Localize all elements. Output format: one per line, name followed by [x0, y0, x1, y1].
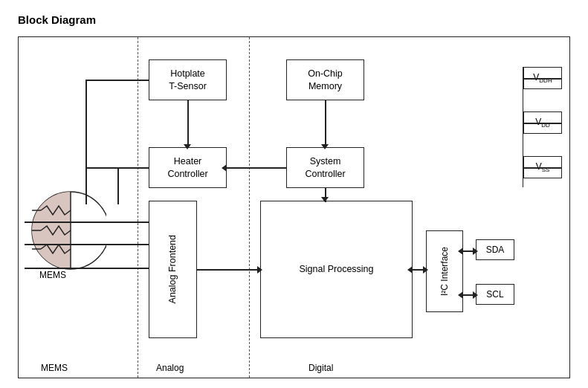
signal-processing-block: Signal Processing — [260, 201, 413, 338]
analog-bottom-label: Analog — [156, 363, 184, 373]
system-controller-block: System Controller — [286, 147, 364, 188]
page-title: Block Diagram — [18, 13, 570, 26]
digital-bottom-label: Digital — [308, 363, 333, 373]
line-hotplate-vline — [85, 80, 87, 204]
line-hotplate-left — [85, 80, 149, 81]
arrow-syscon-sp-head — [321, 197, 329, 202]
arrow-syscon-heater-line — [227, 167, 286, 169]
mems-section: MEMS — [25, 182, 106, 279]
arrow-sp-i2c-left-head — [407, 266, 413, 274]
arrow-hotplate-heater-head — [184, 144, 191, 149]
mems-wire-top — [25, 222, 149, 223]
power-hline-3 — [523, 167, 562, 169]
dashed-line-2 — [249, 37, 250, 378]
diagram-container: MEMS Hotplate T-Sensor Heater Controller… — [18, 36, 570, 378]
power-hline-2 — [523, 123, 562, 124]
power-hline-1 — [523, 78, 562, 80]
arrow-syscon-heater-left-head — [222, 164, 227, 172]
arrow-memory-syscon-line — [325, 100, 326, 147]
analog-frontend-block: Analog Frontend — [149, 201, 197, 338]
mems-bottom-label: MEMS — [41, 363, 68, 373]
dashed-line-1 — [138, 37, 138, 378]
arrow-i2c-scl-left — [458, 291, 463, 299]
sda-block: SDA — [476, 239, 514, 260]
mems-label: MEMS — [39, 270, 66, 280]
arrow-sp-i2c-right-head — [423, 266, 428, 274]
hotplate-block: Hotplate T-Sensor — [149, 59, 227, 100]
mems-wire-bot — [25, 268, 149, 269]
scl-block: SCL — [476, 284, 514, 305]
arrow-i2c-sda-right — [473, 248, 478, 255]
arrow-af-sp-line — [197, 269, 260, 271]
arrow-hotplate-heater-line — [187, 100, 189, 147]
arrow-heater-af-vline — [117, 167, 119, 204]
arrow-af-sp-head — [257, 266, 262, 274]
heater-controller-block: Heater Controller — [149, 147, 227, 188]
arrow-i2c-scl-right — [473, 291, 478, 299]
onchip-memory-block: On-Chip Memory — [286, 59, 364, 100]
mems-svg — [25, 182, 106, 279]
arrow-memory-syscon-head — [321, 144, 329, 149]
power-right-vline — [523, 78, 524, 187]
mems-wire-mid — [25, 244, 149, 245]
i2c-interface-block: I²C Interface — [426, 230, 463, 312]
line-to-heater — [85, 167, 149, 169]
arrow-i2c-sda-left — [458, 248, 463, 255]
